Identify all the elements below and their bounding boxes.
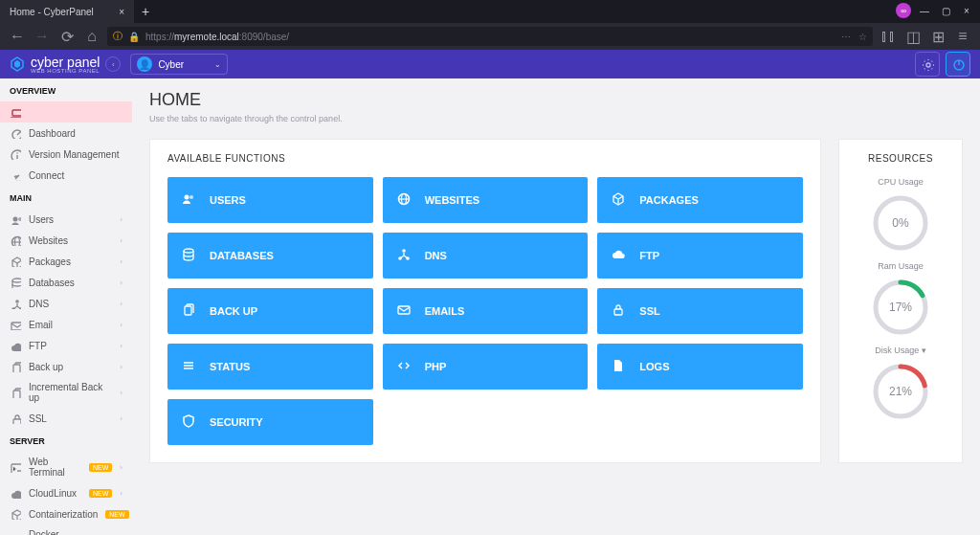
- sidebar-item-packages[interactable]: Packages ›: [0, 251, 132, 272]
- tile-ftp[interactable]: FTP: [597, 233, 803, 279]
- new-badge: NEW: [89, 489, 112, 498]
- tab-title: Home - CyberPanel: [10, 7, 94, 17]
- url-bar[interactable]: ⓘ 🔒 https://myremote.local:8090/base/ ⋯ …: [107, 27, 873, 46]
- dns-icon: [10, 298, 21, 309]
- sidebar-item-label: Databases: [29, 278, 112, 288]
- gauge-label: CPU Usage: [857, 177, 945, 187]
- sidebar-item-label: Docker Manager: [29, 529, 81, 535]
- brand[interactable]: cyber panel WEB HOSTING PANEL: [10, 55, 100, 74]
- info-icon[interactable]: ⓘ: [113, 30, 122, 43]
- sidebar-item-incremental-back-up[interactable]: Incremental Back up ›: [0, 377, 132, 408]
- cube-icon: [10, 508, 21, 520]
- app-header: cyber panel WEB HOSTING PANEL ‹ 👤 Cyber …: [0, 50, 980, 78]
- copy-icon: [181, 303, 196, 319]
- laptop-icon: [10, 106, 21, 118]
- users-icon: [10, 213, 21, 225]
- sidebar-item-home[interactable]: [0, 101, 132, 123]
- sidebar-item-connect[interactable]: Connect: [0, 165, 132, 186]
- tile-label: SECURITY: [210, 416, 263, 428]
- sidebar-item-label: Connect: [29, 170, 122, 181]
- sidebar-item-docker-manager[interactable]: Docker Manager NEW ›: [0, 524, 132, 535]
- nav-reload[interactable]: ⟳: [57, 27, 77, 46]
- tile-packages[interactable]: PACKAGES: [597, 177, 803, 223]
- chevron-right-icon: ›: [120, 321, 122, 329]
- tile-emails[interactable]: EMAILS: [383, 288, 589, 334]
- tile-ssl[interactable]: SSL: [597, 288, 803, 334]
- nav-home[interactable]: ⌂: [82, 27, 101, 46]
- cloud-icon: [10, 487, 21, 499]
- link-icon: [10, 169, 21, 181]
- cloud-icon: [10, 340, 21, 351]
- sidebar-item-label: Back up: [29, 362, 112, 372]
- tile-label: STATUS: [210, 361, 250, 372]
- users-icon: [181, 192, 196, 208]
- sidebar-item-label: Packages: [29, 256, 112, 267]
- nav-forward[interactable]: →: [33, 27, 52, 46]
- sidebar-item-ftp[interactable]: FTP ›: [0, 335, 132, 356]
- tile-websites[interactable]: WEBSITES: [383, 177, 589, 223]
- settings-button[interactable]: [915, 52, 940, 77]
- nav-back[interactable]: ←: [8, 27, 27, 46]
- close-tab-icon[interactable]: ×: [119, 7, 124, 17]
- gauge-ram: 17%: [870, 277, 931, 338]
- window-close[interactable]: ×: [957, 2, 976, 19]
- tile-php[interactable]: PHP: [383, 344, 589, 390]
- sidebar-item-label: Dashboard: [29, 128, 122, 139]
- menu-icon[interactable]: ≡: [953, 27, 972, 46]
- bookmark-icon[interactable]: ☆: [858, 32, 867, 42]
- user-avatar-icon: 👤: [137, 56, 152, 72]
- tile-logs[interactable]: LOGS: [597, 344, 803, 390]
- bars-icon: [181, 359, 196, 374]
- user-menu[interactable]: 👤 Cyber ⌄: [130, 54, 228, 75]
- extensions-icon[interactable]: ⊞: [928, 27, 947, 46]
- sidebar-item-dns[interactable]: DNS ›: [0, 293, 132, 314]
- sidebar: OVERVIEW Dashboard Version Management Co…: [0, 78, 132, 535]
- sidebar-item-back-up[interactable]: Back up ›: [0, 356, 132, 377]
- lock-icon: [10, 412, 21, 424]
- tile-label: PHP: [425, 361, 447, 372]
- tile-databases[interactable]: DATABASES: [167, 233, 373, 279]
- dns-icon: [396, 248, 412, 263]
- clear-url-icon[interactable]: ⋯: [841, 32, 851, 42]
- tile-label: PACKAGES: [639, 194, 699, 206]
- new-tab-button[interactable]: +: [134, 0, 157, 23]
- power-button[interactable]: [946, 52, 970, 77]
- tile-back-up[interactable]: BACK UP: [167, 288, 373, 334]
- sidebar-item-dashboard[interactable]: Dashboard: [0, 123, 132, 144]
- sidebar-icon[interactable]: ◫: [903, 27, 923, 46]
- sidebar-item-containerization[interactable]: Containerization NEW ›: [0, 503, 132, 524]
- tile-users[interactable]: USERS: [167, 177, 373, 223]
- chevron-right-icon: ›: [120, 279, 122, 287]
- tile-label: DNS: [425, 250, 447, 261]
- window-minimize[interactable]: —: [915, 2, 934, 19]
- library-icon[interactable]: ⫿⫿: [879, 27, 898, 46]
- sidebar-item-label: Version Management: [29, 149, 122, 160]
- sidebar-item-version-management[interactable]: Version Management: [0, 144, 132, 165]
- copy-icon: [10, 387, 21, 398]
- sidebar-item-ssl[interactable]: SSL ›: [0, 408, 132, 429]
- tile-security[interactable]: SECURITY: [167, 399, 373, 445]
- gauge-label: Disk Usage ▾: [857, 346, 945, 355]
- tile-status[interactable]: STATUS: [167, 344, 373, 390]
- db-icon: [10, 277, 21, 288]
- window-maximize[interactable]: ▢: [936, 2, 955, 19]
- globe-icon: [396, 192, 412, 208]
- cloud-icon: [611, 248, 626, 263]
- sidebar-item-cloudlinux[interactable]: CloudLinux NEW ›: [0, 482, 132, 503]
- sidebar-item-email[interactable]: Email ›: [0, 314, 132, 335]
- new-badge: NEW: [89, 463, 112, 472]
- sidebar-item-databases[interactable]: Databases ›: [0, 272, 132, 293]
- tile-dns[interactable]: DNS: [383, 233, 589, 279]
- gauge-value: 0%: [870, 192, 931, 254]
- firefox-account-icon[interactable]: ∞: [894, 2, 913, 19]
- gauge-icon: [10, 127, 21, 139]
- sidebar-item-users[interactable]: Users ›: [0, 209, 132, 230]
- sidebar-item-websites[interactable]: Websites ›: [0, 230, 132, 251]
- tile-label: FTP: [639, 250, 659, 261]
- sidebar-item-web-terminal[interactable]: Web Terminal NEW ›: [0, 452, 132, 482]
- sidebar-item-label: Web Terminal: [29, 457, 81, 478]
- sidebar-collapse-button[interactable]: ‹: [105, 56, 121, 72]
- tile-label: EMAILS: [425, 305, 465, 317]
- sidebar-section-title: MAIN: [0, 186, 132, 209]
- browser-tab[interactable]: Home - CyberPanel ×: [0, 0, 134, 23]
